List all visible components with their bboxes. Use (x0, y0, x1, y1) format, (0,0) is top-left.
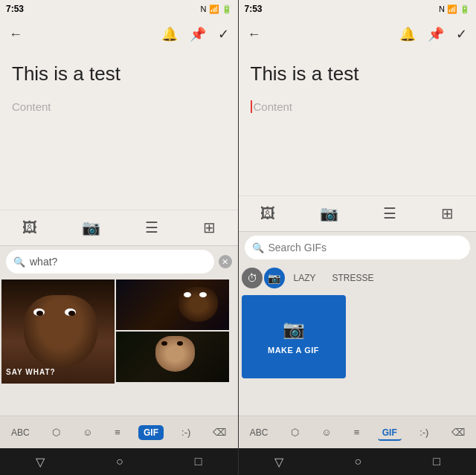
clear-search-left[interactable]: ✕ (219, 255, 232, 268)
attach-toolbar-right: 🖼 📷 ☰ ⊞ (239, 196, 477, 231)
kb-abc-left[interactable]: ABC (7, 424, 34, 441)
nav-back-right[interactable]: ▽ (274, 455, 283, 469)
back-button-right[interactable]: ← (248, 27, 261, 42)
keyboard-bottom-right: ABC ⬡ ☺ ≡ GIF :-) ⌫ (239, 416, 477, 448)
kb-sticker-right[interactable]: ≡ (350, 424, 364, 441)
keyboard-search-left: 🔍 ✕ (0, 245, 238, 278)
toolbar-right: ← 🔔 📌 ✓ (239, 18, 477, 51)
kb-gif-right[interactable]: GIF (378, 424, 402, 441)
pin-button-right[interactable]: 📌 (428, 26, 444, 42)
keyboard-bottom-left: ABC ⬡ ☺ ≡ GIF :-) ⌫ (0, 416, 238, 448)
status-bar-right: 7:53 N 📶 🔋 (239, 0, 477, 18)
gif-man-left[interactable] (116, 279, 229, 330)
gif-tab-recent[interactable]: ⏱ (242, 268, 263, 288)
kb-gif-left[interactable]: GIF (138, 425, 164, 440)
kb-smiley-right[interactable]: ☺ (317, 424, 335, 441)
note-content-right[interactable]: Content (251, 100, 465, 113)
back-button-left[interactable]: ← (9, 27, 22, 42)
nav-bar-left: ▽ ○ □ (0, 448, 238, 475)
note-title-right: This is a test (251, 62, 465, 85)
search-box-left: 🔍 (6, 250, 214, 274)
list-attach-left[interactable]: ☰ (145, 219, 158, 236)
gif-tabs-right: ⏱ 📷 LAZY STRESSE (239, 264, 477, 292)
nav-home-right[interactable]: ○ (355, 455, 362, 468)
list-attach-right[interactable]: ☰ (383, 204, 396, 222)
make-gif-icon: 📷 (283, 319, 305, 340)
note-area-right: This is a test Content (239, 51, 477, 196)
gif-kid-left[interactable] (116, 332, 229, 382)
table-attach-right[interactable]: ⊞ (441, 204, 454, 222)
alarm-button-right[interactable]: 🔔 (399, 26, 416, 42)
kb-emoji2-right[interactable]: ⬡ (286, 424, 303, 441)
attach-toolbar-left: 🖼 📷 ☰ ⊞ (0, 210, 238, 245)
right-phone-panel: 7:53 N 📶 🔋 ← 🔔 📌 ✓ This is a test Conten… (239, 0, 477, 475)
alarm-button-left[interactable]: 🔔 (161, 26, 178, 42)
time-right: 7:53 (245, 4, 263, 14)
gif-tab-lazy[interactable]: LAZY (286, 270, 324, 286)
gif-tab-stressed[interactable]: STRESSE (325, 270, 382, 286)
make-gif-label: MAKE A GIF (268, 346, 319, 355)
status-icons-right: N 📶 🔋 (439, 4, 470, 14)
toolbar-left: ← 🔔 📌 ✓ (0, 18, 238, 51)
gif-col-2-left (116, 279, 229, 415)
image-attach-right[interactable]: 🖼 (260, 205, 275, 222)
table-attach-left[interactable]: ⊞ (203, 219, 216, 236)
gif-tab-camera[interactable]: 📷 (264, 268, 285, 288)
kb-emoji2-left[interactable]: ⬡ (48, 424, 65, 441)
gif-kevin-left[interactable]: SAY WHAT? (1, 279, 115, 384)
search-input-left[interactable] (30, 256, 207, 268)
kb-delete-left[interactable]: ⌫ (208, 424, 231, 441)
make-gif-button[interactable]: 📷 MAKE A GIF (242, 295, 346, 378)
nav-recents-left[interactable]: □ (195, 455, 202, 468)
gif-caption-left: SAY WHAT? (6, 368, 56, 376)
nav-back-left[interactable]: ▽ (36, 455, 45, 469)
status-icons-left: N 📶 🔋 (201, 4, 232, 14)
search-input-right[interactable] (268, 242, 463, 253)
check-button-right[interactable]: ✓ (456, 26, 467, 42)
toolbar-right-actions-right: 🔔 📌 ✓ (399, 26, 467, 42)
gif-col-1-left: SAY WHAT? (1, 279, 115, 415)
nav-recents-right[interactable]: □ (433, 455, 440, 468)
kb-abc-right[interactable]: ABC (245, 424, 273, 441)
note-content-left[interactable]: Content (12, 100, 226, 113)
pin-button-left[interactable]: 📌 (190, 26, 206, 42)
kb-smiley-left[interactable]: ☺ (78, 424, 97, 441)
camera-attach-left[interactable]: 📷 (82, 219, 100, 236)
keyboard-search-right: 🔍 (239, 231, 477, 264)
image-attach-left[interactable]: 🖼 (22, 219, 37, 236)
search-icon-left: 🔍 (13, 256, 25, 268)
nav-home-left[interactable]: ○ (116, 455, 123, 468)
toolbar-left-actions: ← (9, 27, 22, 42)
search-icon-right: 🔍 (252, 242, 264, 253)
camera-attach-right[interactable]: 📷 (320, 204, 338, 222)
kb-sticker-left[interactable]: ≡ (110, 424, 125, 441)
gif-grid-left: SAY WHAT? (0, 278, 238, 416)
toolbar-right-actions: 🔔 📌 ✓ (161, 26, 229, 42)
gif-grid-right: 📷 MAKE A GIF (239, 292, 477, 416)
search-box-right: 🔍 (245, 236, 471, 259)
time-left: 7:53 (6, 4, 24, 14)
kb-kaomoji-right[interactable]: :-) (415, 424, 433, 441)
left-phone-panel: 7:53 N 📶 🔋 ← 🔔 📌 ✓ This is a test Conten… (0, 0, 238, 475)
kb-delete-right[interactable]: ⌫ (447, 424, 469, 441)
note-area-left: This is a test Content (0, 51, 238, 210)
status-bar-left: 7:53 N 📶 🔋 (0, 0, 238, 18)
nav-bar-right: ▽ ○ □ (239, 448, 477, 475)
check-button-left[interactable]: ✓ (218, 26, 229, 42)
toolbar-left-actions-right: ← (248, 27, 261, 42)
kb-kaomoji-left[interactable]: :-) (177, 424, 195, 441)
note-title-left: This is a test (12, 62, 226, 85)
